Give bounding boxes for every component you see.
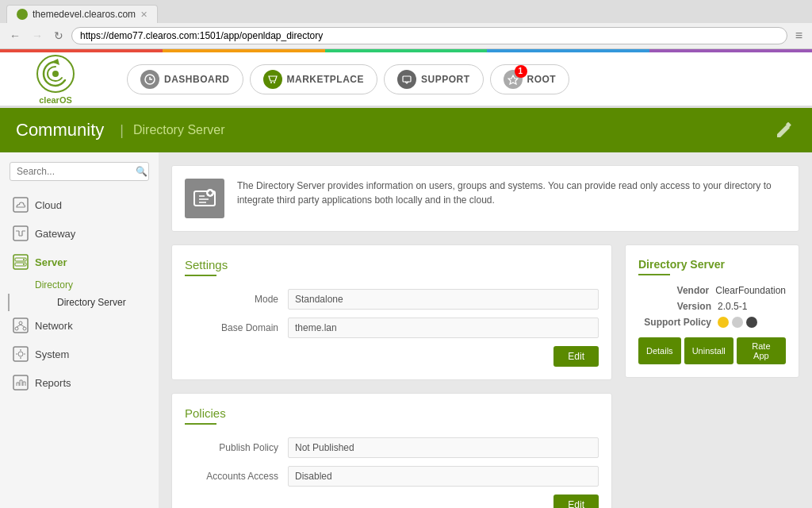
header-separator: | [120, 122, 124, 139]
sidebar-directory-server-label: Directory Server [57, 297, 126, 308]
svg-point-16 [23, 327, 26, 330]
settings-actions: Edit [185, 346, 599, 367]
dashboard-label: DASHBOARD [164, 74, 230, 85]
svg-rect-7 [13, 226, 28, 241]
base-domain-row: Base Domain [185, 318, 599, 338]
svg-rect-5 [403, 76, 411, 82]
panel-main: Settings Mode Base Domain Edit [171, 244, 612, 508]
marketplace-nav-item[interactable]: MARKETPLACE [250, 64, 378, 94]
forward-button[interactable]: → [29, 28, 46, 44]
support-policy-row: Support Policy [638, 317, 786, 328]
sidebar-subitem-directory-server[interactable]: Directory Server [8, 294, 159, 311]
svg-point-15 [15, 327, 18, 330]
dot-gray [732, 317, 743, 328]
server-icon [13, 254, 29, 270]
back-button[interactable]: ← [6, 28, 24, 44]
sidebar-network-label: Network [35, 320, 73, 332]
browser-menu-button[interactable]: ≡ [792, 27, 806, 44]
svg-line-18 [21, 325, 25, 327]
close-tab-button[interactable]: ✕ [140, 10, 147, 20]
page-title: Directory Server [133, 123, 225, 137]
details-button[interactable]: Details [638, 337, 681, 364]
search-box[interactable]: 🔍 [10, 162, 149, 181]
side-card-title: Directory Server [638, 258, 786, 271]
panel-side: Directory Server Vendor ClearFoundation … [625, 244, 799, 508]
dashboard-icon [140, 70, 159, 89]
panels-row: Settings Mode Base Domain Edit [171, 244, 799, 508]
svg-rect-13 [13, 318, 28, 333]
root-nav-item[interactable]: 1 ROOT [490, 64, 570, 94]
sidebar-item-server[interactable]: Server [0, 248, 159, 276]
policies-title: Policies [185, 406, 599, 420]
sidebar-subitem-directory[interactable]: Directory [0, 276, 159, 294]
root-label: ROOT [527, 74, 557, 85]
dot-yellow [718, 317, 729, 328]
svg-point-1 [52, 71, 59, 77]
svg-point-14 [19, 321, 22, 325]
search-icon: 🔍 [136, 166, 147, 177]
sidebar-system-label: System [35, 348, 69, 360]
version-value: 2.0.5-1 [718, 301, 747, 312]
browser-tab[interactable]: themedevel.clearos.com ✕ [6, 5, 158, 23]
svg-point-3 [270, 82, 272, 83]
version-label: Version [638, 301, 718, 312]
browser-chrome: themedevel.clearos.com ✕ ← → ↻ ≡ [0, 0, 812, 49]
publish-policy-row: Publish Policy [185, 437, 599, 458]
logo-text: clearOS [39, 95, 72, 105]
settings-card: Settings Mode Base Domain Edit [171, 244, 612, 380]
support-nav-item[interactable]: SUPPORT [384, 64, 484, 94]
reload-button[interactable]: ↻ [51, 28, 67, 44]
gateway-icon [13, 225, 29, 241]
sidebar: 🔍 Cloud Gateway [0, 152, 159, 508]
dashboard-nav-item[interactable]: DASHBOARD [127, 64, 243, 94]
svg-point-20 [18, 352, 23, 356]
sidebar-cloud-label: Cloud [35, 199, 62, 211]
vendor-row: Vendor ClearFoundation [638, 285, 786, 296]
policies-edit-button[interactable]: Edit [553, 495, 599, 508]
settings-title-underline [185, 275, 216, 276]
reports-icon [13, 375, 29, 391]
settings-edit-button[interactable]: Edit [553, 346, 599, 367]
publish-policy-label: Publish Policy [185, 442, 288, 453]
accounts-access-input [288, 466, 599, 487]
address-input[interactable] [71, 27, 787, 44]
sidebar-item-cloud[interactable]: Cloud [0, 190, 159, 219]
side-card: Directory Server Vendor ClearFoundation … [625, 244, 799, 378]
content-wrapper: 🔍 Cloud Gateway [0, 152, 812, 508]
clearos-logo [36, 54, 75, 94]
main-content: The Directory Server provides informatio… [159, 152, 812, 508]
svg-rect-19 [13, 347, 28, 361]
sidebar-server-label: Server [35, 256, 67, 268]
sidebar-item-gateway[interactable]: Gateway [0, 219, 159, 248]
sidebar-item-network[interactable]: Network [0, 311, 159, 340]
vendor-label: Vendor [638, 285, 715, 296]
page-header: Community | Directory Server [0, 108, 812, 152]
tab-favicon [17, 9, 28, 20]
version-row: Version 2.0.5-1 [638, 301, 786, 312]
accounts-access-row: Accounts Access [185, 466, 599, 487]
info-icon [185, 179, 224, 218]
app-container: Community | Directory Server 🔍 Cloud [0, 108, 812, 508]
cloud-icon [13, 197, 29, 213]
svg-rect-6 [13, 198, 28, 212]
mode-label: Mode [185, 294, 288, 305]
sidebar-directory-label: Directory [35, 279, 73, 291]
sidebar-item-system[interactable]: System [0, 340, 159, 368]
top-nav: clearOS DASHBOARD MARKETPLACE SUPPORT 1 [0, 52, 812, 108]
side-buttons: Details Uninstall Rate App [638, 337, 786, 364]
base-domain-input [288, 318, 599, 338]
search-input[interactable] [17, 166, 136, 177]
svg-rect-8 [13, 255, 28, 269]
tab-title: themedevel.clearos.com [33, 9, 136, 20]
root-badge: 1 [515, 65, 527, 78]
side-card-underline [638, 274, 670, 275]
publish-policy-input [288, 437, 599, 458]
base-domain-label: Base Domain [185, 322, 288, 333]
support-icon [397, 70, 416, 89]
uninstall-button[interactable]: Uninstall [684, 337, 733, 364]
sidebar-item-reports[interactable]: Reports [0, 368, 159, 397]
info-text: The Directory Server provides informatio… [237, 179, 786, 207]
settings-title: Settings [185, 258, 599, 271]
svg-point-11 [23, 259, 25, 260]
rate-app-button[interactable]: Rate App [737, 337, 786, 364]
